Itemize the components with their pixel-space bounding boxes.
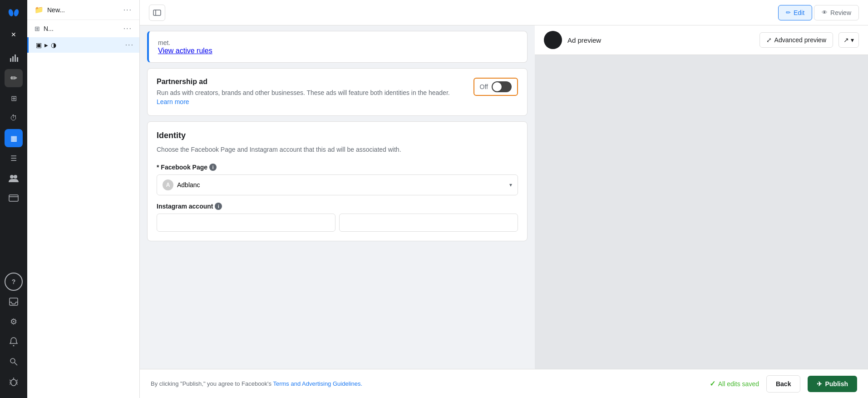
- edit-pencil-icon: ✏: [786, 9, 791, 16]
- view-active-rules-link[interactable]: View active rules: [158, 47, 212, 55]
- instagram-account-label-text: Instagram account: [157, 203, 213, 210]
- active-item-icon3: ◑: [51, 41, 56, 49]
- partnership-description: Run ads with creators, brands and other …: [157, 89, 464, 106]
- ad-preview-title: Ad preview: [567, 36, 601, 44]
- svg-rect-2: [10, 58, 11, 62]
- partnership-section: Partnership ad Run ads with creators, br…: [147, 68, 528, 116]
- back-button[interactable]: Back: [766, 375, 800, 393]
- rules-section: met. View active rules: [147, 31, 528, 63]
- review-tab-label: Review: [830, 9, 851, 16]
- facebook-page-label: * Facebook Page i: [157, 164, 518, 171]
- settings-icon[interactable]: ⚙: [5, 313, 23, 331]
- analytics-icon[interactable]: [5, 49, 23, 67]
- svg-point-14: [11, 379, 16, 386]
- terms-text-before: By clicking "Publish," you agree to Face…: [151, 380, 273, 387]
- inbox-icon[interactable]: [5, 293, 23, 311]
- page-avatar: A: [163, 179, 173, 190]
- facebook-page-label-text: * Facebook Page: [157, 164, 207, 171]
- billing-icon[interactable]: [5, 189, 23, 207]
- meta-logo[interactable]: [5, 4, 22, 20]
- terms-link[interactable]: Terms and Advertising Guidelines.: [273, 380, 362, 387]
- partnership-toggle-container: Off: [473, 78, 518, 96]
- rules-text: met.: [158, 39, 170, 46]
- svg-point-12: [10, 358, 15, 363]
- preview-panel: Ad preview ⤢ Advanced preview ↗ ▾: [535, 25, 868, 369]
- nav-sub-item-dots[interactable]: ···: [123, 25, 132, 33]
- facebook-page-dropdown[interactable]: A Adblanc ▾: [157, 174, 518, 195]
- help-icon[interactable]: ?: [5, 273, 23, 291]
- nav-header-label: New...: [47, 6, 65, 14]
- instagram-dropdown-2[interactable]: [339, 214, 518, 232]
- notifications-icon[interactable]: [5, 333, 23, 351]
- advanced-preview-icon: ⤢: [766, 36, 772, 44]
- active-item-dots[interactable]: ···: [125, 41, 134, 49]
- partnership-text: Partnership ad Run ads with creators, br…: [157, 78, 464, 106]
- preview-header: Ad preview ⤢ Advanced preview ↗ ▾: [535, 25, 868, 55]
- share-button[interactable]: ↗ ▾: [838, 32, 859, 48]
- content-split: met. View active rules Partnership ad Ru…: [140, 25, 868, 369]
- nav-header-dots[interactable]: ···: [123, 6, 132, 14]
- campaigns-icon[interactable]: ▦: [5, 129, 23, 147]
- svg-point-6: [10, 175, 14, 179]
- instagram-account-label: Instagram account i: [157, 203, 518, 210]
- toggle-track[interactable]: [492, 81, 512, 92]
- nav-active-item[interactable]: ▣ ▶ ◑ ···: [27, 37, 139, 53]
- save-status-label: All edits saved: [718, 380, 759, 388]
- edit-tab[interactable]: ✏ Edit: [778, 5, 812, 20]
- debug-icon[interactable]: [5, 373, 23, 391]
- sidebar-dark: ✕ ✏ ⊞ ⏱ ▦ ☰ ? ⚙: [0, 0, 27, 398]
- svg-rect-22: [153, 10, 161, 15]
- reports-icon[interactable]: ☰: [5, 149, 23, 167]
- identity-description: Choose the Facebook Page and Instagram a…: [157, 145, 518, 154]
- svg-point-0: [8, 9, 14, 17]
- publish-icon: ✈: [817, 380, 822, 388]
- svg-rect-8: [9, 195, 18, 201]
- nav-item-new[interactable]: ⊞ N... ···: [27, 20, 139, 37]
- review-eye-icon: 👁: [822, 9, 828, 16]
- dropdown-chevron-icon: ▾: [509, 182, 512, 188]
- publish-label: Publish: [825, 380, 848, 388]
- audiences-icon[interactable]: [5, 169, 23, 187]
- svg-rect-3: [12, 56, 14, 62]
- edit-panel: met. View active rules Partnership ad Ru…: [140, 25, 535, 369]
- svg-line-19: [16, 383, 18, 384]
- instagram-dropdowns: [157, 214, 518, 232]
- ad-preview-dot: [544, 31, 562, 49]
- toggle-sidebar-button[interactable]: [149, 5, 165, 21]
- svg-line-17: [16, 380, 18, 381]
- instagram-dropdown-1[interactable]: [157, 214, 335, 232]
- edit-icon[interactable]: ✏: [5, 69, 23, 87]
- edit-review-tabs: ✏ Edit 👁 Review: [778, 5, 859, 20]
- partnership-title: Partnership ad: [157, 78, 464, 86]
- facebook-page-value: Adblanc: [177, 181, 200, 189]
- main-content: ✏ Edit 👁 Review met. View active rules: [140, 0, 868, 398]
- identity-title: Identity: [157, 131, 518, 140]
- clock-icon[interactable]: ⏱: [5, 109, 23, 127]
- toggle-thumb: [493, 82, 502, 91]
- close-button[interactable]: ✕: [5, 25, 23, 44]
- dashboard-icon[interactable]: ⊞: [5, 89, 23, 107]
- share-dropdown-icon: ▾: [851, 36, 854, 44]
- toggle-off-label: Off: [480, 83, 488, 90]
- identity-section: Identity Choose the Facebook Page and In…: [147, 121, 528, 241]
- preview-body: [535, 55, 868, 369]
- panel-nav: 📁 New... ··· ⊞ N... ··· ▣ ▶ ◑ ···: [27, 0, 140, 398]
- svg-line-16: [10, 380, 11, 381]
- save-status: ✓ All edits saved: [710, 379, 759, 388]
- dropdown-left-content: A Adblanc: [163, 179, 200, 190]
- svg-point-7: [14, 175, 17, 179]
- partnership-toggle[interactable]: [492, 81, 512, 92]
- learn-more-link[interactable]: Learn more: [157, 98, 189, 105]
- bottom-terms: By clicking "Publish," you agree to Face…: [151, 380, 702, 387]
- advanced-preview-button[interactable]: ⤢ Advanced preview: [760, 32, 833, 48]
- facebook-page-info-icon[interactable]: i: [209, 164, 217, 171]
- svg-line-18: [10, 383, 11, 384]
- panel-nav-header: 📁 New... ···: [27, 0, 139, 20]
- review-tab[interactable]: 👁 Review: [814, 5, 859, 20]
- instagram-account-info-icon[interactable]: i: [215, 203, 222, 210]
- search-icon[interactable]: [5, 353, 23, 371]
- bottom-bar: By clicking "Publish," you agree to Face…: [140, 369, 868, 398]
- publish-button[interactable]: ✈ Publish: [808, 376, 857, 392]
- nav-sub-item-label: N...: [44, 25, 54, 32]
- active-item-icon1: ▣: [36, 41, 42, 49]
